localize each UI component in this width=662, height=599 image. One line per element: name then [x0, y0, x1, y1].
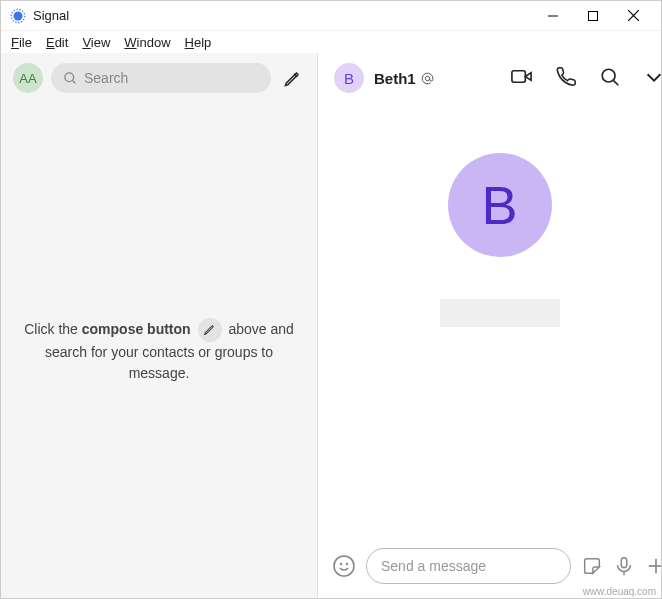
video-call-button[interactable]	[510, 65, 533, 91]
svg-line-7	[72, 80, 75, 83]
conversation-header: B Beth1	[318, 53, 662, 103]
search-field[interactable]	[51, 63, 271, 93]
svg-point-9	[425, 76, 429, 80]
sticker-button[interactable]	[581, 555, 603, 577]
search-icon	[63, 71, 78, 86]
minimize-button[interactable]	[533, 2, 573, 30]
expand-button[interactable]	[643, 66, 662, 91]
voice-message-button[interactable]	[613, 555, 635, 577]
chevron-down-icon	[643, 66, 662, 88]
contact-avatar-large: B	[448, 153, 552, 257]
contact-info-placeholder	[440, 299, 560, 327]
svg-point-6	[65, 72, 74, 81]
conversation-body: B	[318, 103, 662, 538]
contact-name: Beth1	[374, 70, 416, 87]
message-input-wrap[interactable]	[366, 548, 571, 584]
menu-edit[interactable]: Edit	[40, 33, 74, 52]
at-icon	[420, 71, 435, 86]
svg-rect-10	[512, 71, 525, 83]
svg-point-13	[334, 556, 354, 576]
conversation-pane: B Beth1 B	[318, 53, 662, 598]
contact-name-wrap[interactable]: Beth1	[374, 70, 435, 87]
phone-icon	[555, 66, 577, 88]
voice-call-button[interactable]	[555, 66, 577, 91]
sticker-icon	[581, 555, 603, 577]
contact-avatar-small[interactable]: B	[334, 63, 364, 93]
menu-view[interactable]: View	[76, 33, 116, 52]
menu-help[interactable]: Help	[179, 33, 218, 52]
close-button[interactable]	[613, 2, 653, 30]
microphone-icon	[613, 555, 635, 577]
plus-icon	[645, 555, 662, 577]
signal-logo-icon	[9, 7, 27, 25]
svg-point-15	[347, 564, 348, 565]
watermark: www.deuaq.com	[583, 586, 656, 597]
video-icon	[510, 65, 533, 88]
smiley-icon	[332, 554, 356, 578]
menu-bar: File Edit View Window Help	[1, 31, 661, 53]
empty-state-hint: Click the compose button above and searc…	[1, 103, 317, 598]
svg-line-12	[613, 80, 618, 85]
emoji-button[interactable]	[332, 554, 356, 578]
search-icon	[599, 66, 621, 88]
svg-rect-16	[621, 558, 627, 568]
search-input[interactable]	[84, 70, 259, 86]
svg-point-11	[602, 69, 615, 82]
title-bar: Signal	[1, 1, 661, 31]
svg-point-1	[14, 11, 23, 20]
self-avatar[interactable]: AA	[13, 63, 43, 93]
menu-file[interactable]: File	[5, 33, 38, 52]
message-input[interactable]	[381, 558, 556, 574]
maximize-button[interactable]	[573, 2, 613, 30]
svg-point-14	[341, 564, 342, 565]
compose-button[interactable]	[279, 65, 305, 91]
menu-window[interactable]: Window	[118, 33, 176, 52]
left-sidebar: AA Click the compose button above and se…	[1, 53, 318, 598]
svg-rect-3	[589, 11, 598, 20]
search-conversation-button[interactable]	[599, 66, 621, 91]
compose-hint-icon	[198, 318, 222, 342]
window-title: Signal	[33, 8, 533, 23]
attach-button[interactable]	[645, 555, 662, 577]
pencil-icon	[283, 69, 302, 88]
